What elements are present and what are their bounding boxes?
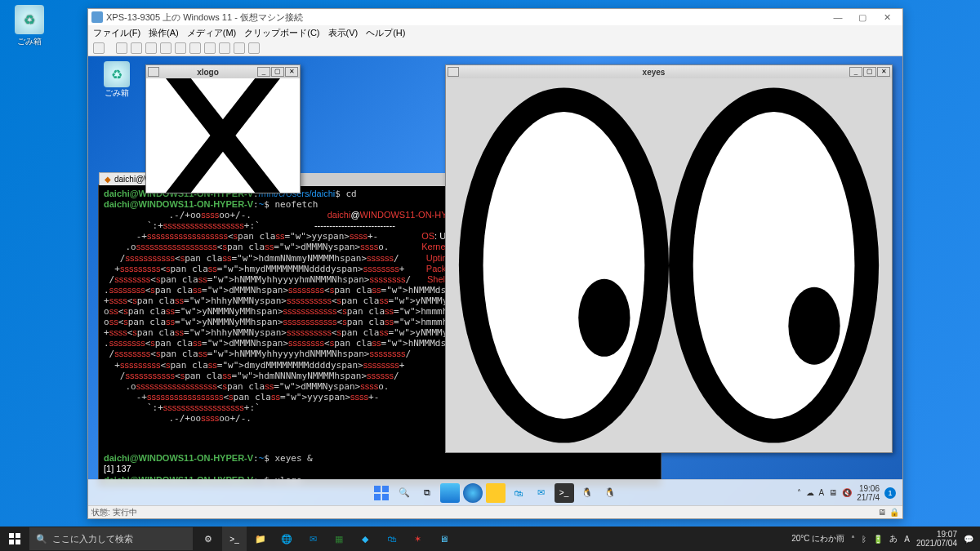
guest-tray-network-icon[interactable]: 🖥 bbox=[829, 488, 837, 497]
guest-linux2-button[interactable]: 🐧 bbox=[600, 483, 620, 503]
guest-recycle-bin[interactable]: ごみ箱 bbox=[96, 61, 137, 99]
guest-taskview-button[interactable]: ⧉ bbox=[417, 483, 437, 503]
toolbar-reset[interactable] bbox=[189, 42, 201, 54]
guest-start-button[interactable] bbox=[372, 483, 391, 503]
xlogo-close[interactable]: ✕ bbox=[285, 67, 298, 77]
host-tray-clock[interactable]: 19:07 2021/07/04 bbox=[916, 530, 957, 548]
svg-point-3 bbox=[483, 112, 645, 419]
host-tray-notifications-icon[interactable]: 💬 bbox=[964, 535, 973, 544]
vm-status-display-icon: 🖥 bbox=[878, 508, 886, 517]
guest-store-button[interactable]: 🛍 bbox=[509, 483, 528, 503]
xlogo-minimize[interactable]: _ bbox=[257, 67, 270, 77]
host-tray-bluetooth-icon[interactable]: ᛒ bbox=[862, 535, 866, 544]
desktop-icon-label: ごみ箱 bbox=[5, 36, 54, 47]
guest-linux1-button[interactable]: 🐧 bbox=[577, 483, 597, 503]
toolbar-ctrl-alt-del[interactable] bbox=[93, 42, 105, 54]
host-search-box[interactable]: 🔍 ここに入力して検索 bbox=[29, 527, 193, 550]
guest-mail-button[interactable]: ✉ bbox=[532, 483, 551, 503]
guest-tray: ˄ ☁ A 🖥 🔇 19:06 21/7/4 1 bbox=[791, 484, 902, 502]
menu-view[interactable]: 表示(V) bbox=[328, 27, 359, 39]
toolbar-save[interactable] bbox=[160, 42, 172, 54]
guest-explorer-button[interactable] bbox=[486, 483, 506, 503]
vm-title: XPS-13-9305 上の Windows 11 - 仮想マシン接続 bbox=[106, 11, 826, 24]
vm-toolbar bbox=[88, 40, 902, 56]
menu-action[interactable]: 操作(A) bbox=[149, 27, 179, 39]
close-button[interactable]: ✕ bbox=[875, 12, 899, 23]
host-store-button[interactable]: 🛍 bbox=[379, 527, 403, 551]
menu-media[interactable]: メディア(M) bbox=[187, 27, 237, 39]
guest-search-button[interactable]: 🔍 bbox=[394, 483, 414, 503]
svg-rect-12 bbox=[9, 533, 14, 538]
svg-rect-8 bbox=[374, 486, 381, 492]
host-recycle-bin[interactable]: ごみ箱 bbox=[5, 5, 54, 47]
host-hyperv-button[interactable]: 🖥 bbox=[431, 527, 456, 551]
xeyes-minimize[interactable]: _ bbox=[849, 67, 862, 77]
vm-menubar: ファイル(F) 操作(A) メディア(M) クリップボード(C) 表示(V) ヘ… bbox=[88, 25, 902, 40]
host-app1-button[interactable]: ◆ bbox=[353, 527, 377, 551]
xeyes-body[interactable] bbox=[446, 78, 892, 452]
xeyes-window[interactable]: xeyes _ ▢ ✕ bbox=[445, 64, 893, 453]
svg-point-7 bbox=[788, 287, 840, 365]
guest-tray-clock[interactable]: 19:06 21/7/4 bbox=[857, 484, 880, 502]
svg-rect-15 bbox=[16, 540, 20, 544]
guest-edge-button[interactable] bbox=[463, 483, 483, 503]
menu-file[interactable]: ファイル(F) bbox=[93, 27, 140, 39]
guest-tray-cloud-icon[interactable]: ☁ bbox=[806, 488, 814, 497]
host-start-button[interactable] bbox=[0, 527, 29, 551]
vm-status-text: 状態: 実行中 bbox=[91, 507, 137, 518]
maximize-button[interactable]: ▢ bbox=[850, 12, 875, 23]
xlogo-titlebar[interactable]: xlogo _ ▢ ✕ bbox=[146, 65, 300, 78]
host-settings-button[interactable]: ⚙ bbox=[196, 527, 220, 551]
host-edge-button[interactable]: 🌐 bbox=[274, 527, 299, 551]
guest-tray-notifications[interactable]: 1 bbox=[884, 487, 896, 499]
host-tray-battery-icon[interactable]: 🔋 bbox=[873, 535, 883, 544]
xeyes-close[interactable]: ✕ bbox=[877, 67, 890, 77]
toolbar-pause[interactable] bbox=[175, 42, 186, 54]
toolbar-share[interactable] bbox=[248, 42, 260, 54]
host-tray-ime2[interactable]: A bbox=[904, 535, 910, 544]
toolbar-start[interactable] bbox=[116, 42, 127, 54]
host-mail-button[interactable]: ✉ bbox=[301, 527, 325, 551]
toolbar-shutdown[interactable] bbox=[145, 42, 157, 54]
xlogo-menu-button[interactable] bbox=[148, 67, 159, 77]
xlogo-window[interactable]: xlogo _ ▢ ✕ bbox=[145, 64, 301, 193]
vm-connection-window: XPS-13-9305 上の Windows 11 - 仮想マシン接続 — ▢ … bbox=[87, 8, 903, 519]
guest-terminal-button[interactable]: >_ bbox=[555, 483, 574, 503]
toolbar-checkpoint[interactable] bbox=[204, 42, 216, 54]
vm-app-icon bbox=[91, 11, 103, 23]
toolbar-enhanced[interactable] bbox=[234, 42, 245, 54]
svg-rect-9 bbox=[382, 486, 389, 492]
recycle-bin-icon bbox=[15, 5, 44, 34]
host-app2-button[interactable]: ✶ bbox=[405, 527, 430, 551]
guest-taskbar: 🔍 ⧉ 🛍 ✉ >_ 🐧 🐧 ˄ ☁ A 🖥 🔇 19:06 21/7/ bbox=[88, 479, 902, 505]
xeyes-maximize[interactable]: ▢ bbox=[863, 67, 876, 77]
svg-point-6 bbox=[693, 112, 855, 419]
xlogo-maximize[interactable]: ▢ bbox=[271, 67, 284, 77]
vm-statusbar: 状態: 実行中 🖥 🔒 bbox=[88, 505, 902, 518]
svg-rect-14 bbox=[9, 540, 14, 544]
guest-clock-time: 19:06 bbox=[857, 484, 880, 493]
vm-titlebar[interactable]: XPS-13-9305 上の Windows 11 - 仮想マシン接続 — ▢ … bbox=[88, 9, 902, 25]
host-taskbar: 🔍 ここに入力して検索 ⚙ >_ 📁 🌐 ✉ ▦ ◆ 🛍 ✶ 🖥 20°C にわ… bbox=[0, 527, 980, 551]
minimize-button[interactable]: — bbox=[826, 12, 850, 22]
guest-tray-ime[interactable]: A bbox=[819, 488, 825, 497]
xeyes-titlebar[interactable]: xeyes _ ▢ ✕ bbox=[446, 65, 892, 78]
vm-guest-desktop[interactable]: ごみ箱 ◆ daichi@WI ✕ daichi@WINDOWS11-ON-HY… bbox=[88, 56, 902, 505]
menu-help[interactable]: ヘルプ(H) bbox=[366, 27, 405, 39]
host-tray-chevron[interactable]: ˄ bbox=[851, 535, 855, 544]
guest-tray-chevron[interactable]: ˄ bbox=[797, 488, 801, 497]
menu-clipboard[interactable]: クリップボード(C) bbox=[244, 27, 319, 39]
svg-rect-13 bbox=[16, 533, 20, 538]
host-terminal-button[interactable]: >_ bbox=[222, 527, 247, 551]
toolbar-turnoff[interactable] bbox=[131, 42, 142, 54]
host-weather[interactable]: 20°C にわか雨 bbox=[791, 533, 844, 544]
host-clock-date: 2021/07/04 bbox=[916, 539, 957, 548]
host-tray-ime1[interactable]: あ bbox=[889, 533, 898, 544]
xeyes-menu-button[interactable] bbox=[448, 67, 459, 77]
host-excel-button[interactable]: ▦ bbox=[327, 527, 351, 551]
toolbar-revert[interactable] bbox=[219, 42, 230, 54]
guest-tray-volume-icon[interactable]: 🔇 bbox=[842, 488, 852, 497]
guest-widgets-button[interactable] bbox=[440, 483, 460, 503]
host-explorer-button[interactable]: 📁 bbox=[248, 527, 273, 551]
recycle-bin-icon bbox=[104, 61, 130, 87]
